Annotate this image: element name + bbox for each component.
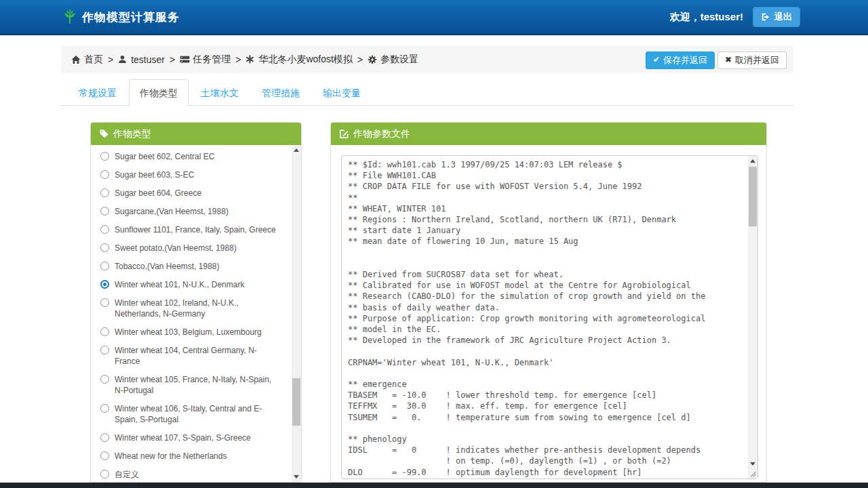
- radio-icon[interactable]: [100, 404, 109, 413]
- radio-icon[interactable]: [100, 451, 109, 460]
- tasks-icon: [180, 55, 189, 64]
- radio-icon[interactable]: [100, 375, 109, 384]
- crop-option-label: Sweet potato,(Van Heemst, 1988): [115, 243, 237, 253]
- crop-list-scrollbar-thumb[interactable]: [292, 378, 300, 426]
- crop-option-label: Winter wheat 104, Central Germany, N- Fr…: [115, 345, 257, 367]
- radio-icon[interactable]: [100, 298, 109, 307]
- crop-type-panel-body: Sugar beet 602, Central EC Sugar beet 60…: [91, 145, 301, 482]
- radio-icon[interactable]: [100, 470, 109, 479]
- radio-icon[interactable]: [100, 207, 109, 216]
- tab-soil-hydrology[interactable]: 土壤水文: [190, 79, 250, 105]
- crop-option[interactable]: Winter wheat 105, France, N-Italy, N-Spa…: [100, 374, 288, 396]
- crop-option[interactable]: Winter wheat 102, Ireland, N-U.K., Nethe…: [100, 298, 288, 319]
- edit-icon: [339, 129, 349, 139]
- breadcrumb-task-name[interactable]: 华北冬小麦wofost模拟: [245, 54, 352, 66]
- breadcrumb: 首页 > testuser > 任务管理: [61, 46, 793, 73]
- tab-output-variables[interactable]: 输出变量: [312, 79, 372, 105]
- save-and-return-button[interactable]: ✔ 保存并返回: [646, 52, 715, 69]
- breadcrumb-home[interactable]: 首页: [71, 54, 103, 66]
- breadcrumb-separator: >: [170, 54, 175, 65]
- crop-option-label: Winter wheat 106, S-Italy, Central and E…: [115, 403, 262, 425]
- crop-list-scrollbar[interactable]: [292, 145, 301, 482]
- radio-icon[interactable]: [100, 152, 109, 161]
- crop-option-label: Sugar beet 604, Greece: [115, 188, 201, 199]
- breadcrumb-separator: >: [357, 54, 363, 65]
- resize-grip-icon[interactable]: [749, 470, 757, 478]
- crop-option-label: Sugar beet 602, Central EC: [115, 151, 214, 162]
- radio-icon[interactable]: [100, 327, 109, 336]
- radio-icon[interactable]: [100, 433, 109, 442]
- crop-option[interactable]: Winter wheat 107, S-Spain, S-Greece: [100, 432, 288, 443]
- radio-icon[interactable]: [100, 188, 109, 197]
- crop-option[interactable]: Tobacco,(Van Heemst, 1988): [100, 261, 288, 272]
- crop-option[interactable]: Winter wheat 101, N-U.K., Denmark: [100, 279, 288, 290]
- radio-icon[interactable]: [100, 225, 109, 234]
- crop-type-panel-title: 作物类型: [113, 128, 151, 140]
- gear-icon: [368, 55, 377, 64]
- breadcrumb-param-settings: 参数设置: [368, 54, 418, 66]
- crop-param-panel: 作物参数文件 ** $Id: wwh101.cab 1.3 1997/09/25…: [330, 122, 767, 483]
- tag-icon: [99, 129, 109, 139]
- logout-button[interactable]: 退出: [753, 7, 800, 27]
- crop-option[interactable]: Sweet potato,(Van Heemst, 1988): [100, 243, 288, 253]
- crop-type-panel-header: 作物类型: [91, 123, 301, 145]
- breadcrumb-user-label: testuser: [131, 54, 165, 65]
- check-icon: ✔: [653, 54, 660, 66]
- param-scrollbar-thumb[interactable]: [749, 167, 757, 226]
- cancel-and-return-button[interactable]: ✖ 取消并返回: [717, 52, 787, 69]
- crop-option-label: Winter wheat 107, S-Spain, S-Greece: [115, 432, 251, 443]
- scroll-down-arrow[interactable]: [292, 472, 301, 482]
- crop-option[interactable]: Wheat new for the Netherlands: [100, 451, 288, 462]
- crop-option-label: Sugarcane,(Van Heemst, 1988): [115, 206, 229, 217]
- tab-management[interactable]: 管理措施: [251, 79, 311, 105]
- crop-option[interactable]: Sugar beet 602, Central EC: [100, 151, 288, 162]
- x-icon: ✖: [725, 54, 732, 66]
- scroll-up-arrow[interactable]: [748, 156, 757, 166]
- radio-icon[interactable]: [100, 243, 109, 252]
- crop-type-list: Sugar beet 602, Central EC Sugar beet 60…: [91, 145, 301, 482]
- crop-option[interactable]: Sugar beet 603, S-EC: [100, 169, 288, 180]
- user-icon: [118, 55, 127, 64]
- crop-type-panel: 作物类型 Sugar beet 602, Central EC Sugar be…: [90, 122, 302, 483]
- tab-crop-type[interactable]: 作物类型: [129, 79, 189, 106]
- crop-option[interactable]: Sunflower 1101, France, Italy, Spain, Gr…: [100, 224, 288, 235]
- crop-option[interactable]: Sugarcane,(Van Heemst, 1988): [100, 206, 288, 217]
- tab-bar: 常规设置 作物类型 土壤水文 管理措施 输出变量: [61, 79, 793, 106]
- radio-icon[interactable]: [100, 170, 109, 179]
- footer-bar: [0, 483, 868, 488]
- crop-option[interactable]: 自定义: [100, 469, 288, 480]
- crop-option[interactable]: Winter wheat 103, Belgium, Luxembourg: [100, 327, 288, 338]
- crop-option-label: 自定义: [115, 469, 139, 480]
- breadcrumb-actions: ✔ 保存并返回 ✖ 取消并返回: [646, 52, 787, 69]
- crop-param-textarea[interactable]: ** $Id: wwh101.cab 1.3 1997/09/25 14:07:…: [341, 155, 758, 479]
- breadcrumb-separator: >: [108, 54, 113, 65]
- logout-label: 退出: [774, 11, 792, 23]
- breadcrumb-task-management[interactable]: 任务管理: [180, 54, 231, 66]
- breadcrumb-task-management-label: 任务管理: [193, 54, 231, 66]
- header-right: 欢迎，testuser! 退出: [670, 7, 800, 27]
- crop-option[interactable]: Winter wheat 106, S-Italy, Central and E…: [100, 403, 288, 425]
- app-title: 作物模型计算服务: [82, 9, 180, 25]
- scroll-down-arrow[interactable]: [748, 459, 757, 469]
- cancel-button-label: 取消并返回: [735, 54, 779, 66]
- crop-param-panel-body: ** $Id: wwh101.cab 1.3 1997/09/25 14:07:…: [331, 145, 766, 482]
- seedling-logo-icon: [63, 9, 77, 25]
- breadcrumb-home-label: 首页: [84, 54, 103, 66]
- radio-icon[interactable]: [100, 280, 109, 289]
- crop-option[interactable]: Winter wheat 104, Central Germany, N- Fr…: [100, 345, 288, 367]
- tab-general-settings[interactable]: 常规设置: [68, 79, 127, 105]
- radio-icon[interactable]: [100, 262, 109, 270]
- crop-option-label: Tobacco,(Van Heemst, 1988): [115, 261, 220, 272]
- crop-option-label: Winter wheat 105, France, N-Italy, N-Spa…: [115, 374, 271, 396]
- breadcrumb-task-name-label: 华北冬小麦wofost模拟: [258, 54, 352, 66]
- breadcrumb-param-settings-label: 参数设置: [380, 54, 418, 66]
- radio-icon[interactable]: [100, 346, 109, 354]
- crop-option-label: Sugar beet 603, S-EC: [115, 169, 194, 180]
- crop-option-label: Wheat new for the Netherlands: [115, 451, 226, 462]
- crop-option-label: Winter wheat 102, Ireland, N-U.K., Nethe…: [115, 298, 239, 319]
- home-icon: [71, 55, 81, 64]
- breadcrumb-user[interactable]: testuser: [118, 54, 165, 65]
- param-scrollbar[interactable]: [748, 156, 757, 479]
- crop-option[interactable]: Sugar beet 604, Greece: [100, 188, 288, 199]
- scroll-up-arrow[interactable]: [292, 145, 301, 155]
